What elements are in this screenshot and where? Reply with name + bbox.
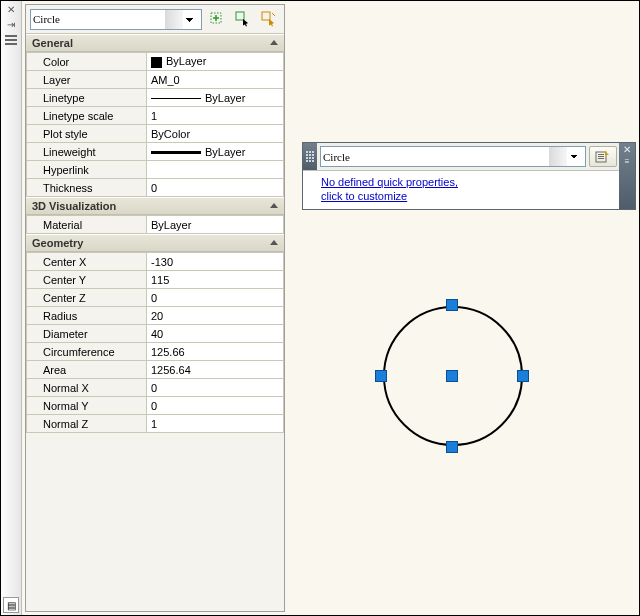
properties-panel: Circle General ColorByLayer LayerAM_0 Li… (25, 4, 285, 612)
row-center-x: Center X-130 (27, 253, 284, 271)
prop-value[interactable] (147, 161, 284, 179)
close-icon[interactable]: ✕ (5, 3, 18, 16)
linetype-preview-icon (151, 98, 201, 99)
properties-panel-header: Circle (26, 5, 284, 33)
prop-value[interactable]: 1256.64 (147, 361, 284, 379)
quick-properties-object-select[interactable]: Circle (320, 146, 586, 167)
prop-label: Color (27, 53, 147, 71)
object-type-select[interactable]: Circle (30, 9, 202, 30)
quick-properties-palette: Circle No defined quick properties, clic… (302, 142, 636, 210)
prop-value[interactable]: ByLayer (147, 143, 284, 161)
svg-rect-7 (598, 154, 604, 155)
chevron-up-icon (270, 40, 278, 45)
prop-label: Center Y (27, 271, 147, 289)
row-diameter: Diameter40 (27, 325, 284, 343)
row-hyperlink: Hyperlink (27, 161, 284, 179)
grip-north[interactable] (446, 299, 458, 311)
options-icon[interactable]: ≡ (625, 157, 630, 167)
prop-value[interactable]: 40 (147, 325, 284, 343)
prop-label: Hyperlink (27, 161, 147, 179)
threeD-table: MaterialByLayer (26, 215, 284, 234)
toggle-pickadd-button[interactable] (206, 8, 228, 30)
prop-label: Normal X (27, 379, 147, 397)
prop-value[interactable]: -130 (147, 253, 284, 271)
section-header-general[interactable]: General (26, 34, 284, 52)
prop-value[interactable]: 0 (147, 397, 284, 415)
prop-label: Center Z (27, 289, 147, 307)
row-color: ColorByLayer (27, 53, 284, 71)
grip-west[interactable] (375, 370, 387, 382)
svg-rect-4 (236, 12, 244, 20)
prop-value[interactable]: ByLayer (147, 89, 284, 107)
section-header-3d[interactable]: 3D Visualization (26, 197, 284, 215)
prop-value[interactable]: 1 (147, 107, 284, 125)
general-table: ColorByLayer LayerAM_0 LinetypeByLayer L… (26, 52, 284, 197)
svg-rect-2 (5, 43, 17, 45)
grip-handle-icon[interactable] (303, 143, 317, 170)
quick-properties-sidebar: ✕ ≡ (619, 143, 635, 209)
grip-south[interactable] (446, 441, 458, 453)
row-normal-z: Normal Z1 (27, 415, 284, 433)
dock-title: Properties ▤ (1, 535, 22, 615)
prop-label: Layer (27, 71, 147, 89)
prop-value[interactable]: AM_0 (147, 71, 284, 89)
row-center-y: Center Y115 (27, 271, 284, 289)
section-header-geometry[interactable]: Geometry (26, 234, 284, 252)
prop-label: Thickness (27, 179, 147, 197)
prop-value[interactable]: 125.66 (147, 343, 284, 361)
svg-rect-8 (598, 156, 604, 157)
section-title: Geometry (32, 237, 83, 249)
prop-label: Material (27, 216, 147, 234)
row-normal-y: Normal Y0 (27, 397, 284, 415)
chevron-up-icon (270, 203, 278, 208)
quick-properties-body: No defined quick properties, click to cu… (303, 171, 619, 209)
prop-label: Diameter (27, 325, 147, 343)
menu-icon[interactable] (5, 33, 18, 46)
row-material: MaterialByLayer (27, 216, 284, 234)
properties-dock-strip: ✕ ⇥ Properties ▤ (1, 1, 22, 615)
prop-label: Lineweight (27, 143, 147, 161)
prop-label: Linetype scale (27, 107, 147, 125)
prop-label: Circumference (27, 343, 147, 361)
prop-label: Normal Y (27, 397, 147, 415)
row-ltscale: Linetype scale1 (27, 107, 284, 125)
prop-label: Plot style (27, 125, 147, 143)
prop-value[interactable]: 0 (147, 179, 284, 197)
close-icon[interactable]: ✕ (623, 145, 631, 155)
prop-value[interactable]: ByLayer (147, 216, 284, 234)
customize-button[interactable] (589, 146, 617, 167)
prop-value[interactable]: 0 (147, 379, 284, 397)
svg-rect-9 (598, 158, 604, 159)
select-objects-button[interactable] (232, 8, 254, 30)
chevron-up-icon (270, 240, 278, 245)
row-normal-x: Normal X0 (27, 379, 284, 397)
svg-rect-5 (262, 12, 270, 20)
geometry-table: Center X-130 Center Y115 Center Z0 Radiu… (26, 252, 284, 433)
prop-value[interactable]: 20 (147, 307, 284, 325)
svg-rect-1 (5, 39, 17, 41)
section-title: 3D Visualization (32, 200, 116, 212)
row-plotstyle: Plot styleByColor (27, 125, 284, 143)
row-radius: Radius20 (27, 307, 284, 325)
autohide-icon[interactable]: ⇥ (5, 18, 18, 31)
prop-label: Normal Z (27, 415, 147, 433)
color-swatch-icon (151, 57, 162, 68)
prop-value[interactable]: ByLayer (147, 53, 284, 71)
prop-value[interactable]: 115 (147, 271, 284, 289)
lineweight-preview-icon (151, 151, 201, 154)
prop-value[interactable]: 1 (147, 415, 284, 433)
quick-properties-header: Circle (303, 143, 619, 171)
svg-rect-0 (5, 35, 17, 37)
prop-value[interactable]: 0 (147, 289, 284, 307)
row-center-z: Center Z0 (27, 289, 284, 307)
row-thickness: Thickness0 (27, 179, 284, 197)
grip-center[interactable] (446, 370, 458, 382)
customize-link[interactable]: No defined quick properties, click to cu… (321, 175, 613, 203)
quick-select-button[interactable] (258, 8, 280, 30)
section-title: General (32, 37, 73, 49)
grip-east[interactable] (517, 370, 529, 382)
properties-palette-icon: ▤ (3, 597, 19, 613)
prop-value[interactable]: ByColor (147, 125, 284, 143)
properties-grid: General ColorByLayer LayerAM_0 LinetypeB… (26, 33, 284, 433)
row-area: Area1256.64 (27, 361, 284, 379)
